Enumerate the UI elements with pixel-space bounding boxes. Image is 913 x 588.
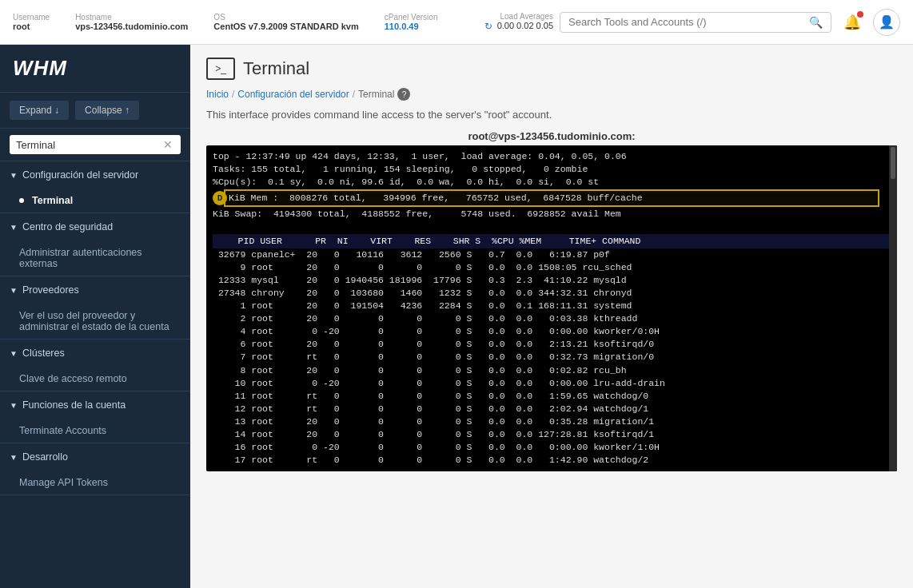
terminal-line: Tasks: 155 total, 1 running, 154 sleepin… [213, 163, 891, 176]
breadcrumb-current: Terminal [358, 89, 394, 100]
scrollbar[interactable] [889, 145, 897, 471]
sidebar-section-desarrollo: ▼ Desarrollo Manage API Tokens [0, 443, 190, 495]
terminal-line: 10 root 0 -20 0 0 0 S 0.0 0.0 0:00.00 lr… [213, 377, 891, 390]
terminal-line: 27348 chrony 20 0 103680 1460 1232 S 0.0… [213, 287, 891, 300]
chevron-icon: ▼ [10, 171, 18, 180]
username-label: Username [13, 13, 50, 22]
sidebar-section-label-desarrollo: Desarrollo [22, 451, 68, 463]
terminal-line: 12 root rt 0 0 0 0 S 0.0 0.0 2:02.94 wat… [213, 403, 891, 415]
sidebar-section-header-funciones[interactable]: ▼ Funciones de la cuenta [0, 391, 190, 419]
sidebar-search-input[interactable] [16, 139, 161, 151]
sidebar-section-label-config-servidor: Configuración del servidor [22, 169, 138, 181]
load-avg-values: 0.00 0.02 0.05 [497, 21, 553, 32]
breadcrumb: Inicio / Configuración del servidor / Te… [206, 88, 897, 101]
terminal-line: 8 root 20 0 0 0 0 S 0.0 0.0 0:02.82 rcu_… [213, 364, 891, 377]
sidebar: WHM Expand ↓ Collapse ↑ ✕ ▼ Configuració… [0, 45, 190, 588]
active-dot [19, 198, 24, 203]
sidebar-section-proveedores: ▼ Proveedores Ver el uso del proveedor y… [0, 276, 190, 340]
terminal-line: 32679 cpanelc+ 20 0 10116 3612 2560 S 0.… [213, 248, 891, 261]
chevron-icon-clusters: ▼ [10, 349, 18, 358]
breadcrumb-config[interactable]: Configuración del servidor [237, 89, 349, 100]
sidebar-section-label-proveedores: Proveedores [22, 284, 79, 296]
terminal-line: 14 root 20 0 0 0 0 S 0.0 0.0 127:28.81 k… [213, 428, 891, 441]
breadcrumb-sep1: / [232, 89, 234, 100]
sidebar-section-label-clusters: Clústeres [22, 348, 65, 359]
page-title: Terminal [243, 58, 309, 79]
chevron-icon-seguridad: ▼ [10, 223, 18, 232]
search-button[interactable]: 🔍 [809, 16, 823, 29]
sidebar-item-uso-proveedor[interactable]: Ver el uso del proveedor y administrar e… [0, 304, 190, 339]
username-value: root [13, 22, 50, 31]
terminal-line: 16 root 0 -20 0 0 0 S 0.0 0.0 0:00.00 kw… [213, 441, 891, 454]
sidebar-section-header-config-servidor[interactable]: ▼ Configuración del servidor [0, 161, 190, 189]
collapse-button[interactable]: Collapse ↑ [75, 101, 139, 120]
sidebar-item-label-terminal: Terminal [32, 195, 73, 206]
sidebar-item-label-autenticaciones: Administrar autenticaciones externas [19, 247, 181, 269]
sidebar-section-funciones: ▼ Funciones de la cuenta Terminate Accou… [0, 391, 190, 443]
d-badge: D [213, 191, 227, 205]
help-icon[interactable]: ? [397, 88, 410, 101]
top-bar: Username root Hostname vps-123456.tudomi… [0, 0, 913, 45]
search-box[interactable]: 🔍 [560, 12, 831, 33]
hostname-value: vps-123456.tudominio.com [75, 22, 188, 31]
page-title-bar: >_ Terminal [206, 58, 897, 80]
sidebar-section-header-proveedores[interactable]: ▼ Proveedores [0, 276, 190, 304]
terminal-host-header: root@vps-123456.tudominio.com: [206, 130, 897, 142]
sidebar-item-autenticaciones[interactable]: Administrar autenticaciones externas [0, 240, 190, 276]
scrollbar-thumb[interactable] [891, 147, 895, 179]
sidebar-section-header-seguridad[interactable]: ▼ Centro de seguridad [0, 213, 190, 240]
sidebar-section-header-clusters[interactable]: ▼ Clústeres [0, 340, 190, 367]
whm-logo: WHM [13, 56, 67, 81]
terminal-line: 13 root 20 0 0 0 0 S 0.0 0.0 0:35.28 mig… [213, 415, 891, 428]
terminal-line: PID USER PR NI VIRT RES SHR S %CPU %MEM … [213, 234, 891, 248]
sidebar-search-container: ✕ [0, 129, 190, 161]
terminal-line: 9 root 20 0 0 0 0 S 0.0 0.0 1508:05 rcu_… [213, 261, 891, 274]
search-input[interactable] [568, 16, 809, 28]
terminal-icon: >_ [206, 58, 235, 80]
os-value: CentOS v7.9.2009 STANDARD kvm [213, 22, 358, 31]
sidebar-item-clave-acceso[interactable]: Clave de acceso remoto [0, 367, 190, 391]
sidebar-item-label-clave-acceso: Clave de acceso remoto [19, 373, 127, 384]
cpanel-label: cPanel Version [385, 13, 438, 22]
terminal-line: %Cpu(s): 0.1 sy, 0.0 ni, 99.6 id, 0.0 wa… [213, 176, 891, 189]
sidebar-item-terminate-accounts[interactable]: Terminate Accounts [0, 419, 190, 443]
terminal-line: 7 root rt 0 0 0 0 S 0.0 0.0 0:32.73 migr… [213, 351, 891, 364]
sidebar-search-box[interactable]: ✕ [10, 135, 181, 154]
cpanel-info: cPanel Version 110.0.49 [385, 13, 438, 31]
load-avg: Load Averages ↻ 0.00 0.02 0.05 [484, 12, 553, 32]
sidebar-section-config-servidor: ▼ Configuración del servidor Terminal [0, 161, 190, 213]
breadcrumb-home[interactable]: Inicio [206, 89, 229, 100]
cpanel-value: 110.0.49 [385, 22, 438, 31]
sidebar-item-label-terminate-accounts: Terminate Accounts [19, 425, 106, 436]
sidebar-section-label-funciones: Funciones de la cuenta [22, 399, 126, 411]
notifications-button[interactable]: 🔔 [838, 8, 867, 37]
terminal-line: 6 root 20 0 0 0 0 S 0.0 0.0 2:13.21 ksof… [213, 338, 891, 351]
refresh-icon[interactable]: ↻ [484, 21, 492, 32]
terminal-window[interactable]: top - 12:37:49 up 424 days, 12:33, 1 use… [206, 145, 897, 471]
sidebar-section-label-seguridad: Centro de seguridad [22, 221, 113, 232]
os-label: OS [213, 13, 358, 22]
terminal-line: KiB Swap: 4194300 total, 4188552 free, 5… [213, 208, 891, 220]
sidebar-item-terminal[interactable]: Terminal [0, 189, 190, 213]
terminal-line: 12333 mysql 20 0 1940456 181996 17796 S … [213, 274, 891, 287]
sidebar-section-header-desarrollo[interactable]: ▼ Desarrollo [0, 443, 190, 471]
sidebar-logo: WHM [0, 45, 190, 93]
sidebar-section-seguridad: ▼ Centro de seguridad Administrar autent… [0, 213, 190, 276]
sidebar-item-manage-api[interactable]: Manage API Tokens [0, 471, 190, 495]
server-info: Username root Hostname vps-123456.tudomi… [13, 13, 437, 31]
top-search-area: Load Averages ↻ 0.00 0.02 0.05 🔍 🔔 👤 [472, 8, 900, 37]
chevron-icon-proveedores: ▼ [10, 286, 18, 295]
terminal-line: KiB Mem : 8008276 total, 394996 free, 76… [224, 189, 879, 207]
terminal-line: 1 root 20 0 191504 4236 2284 S 0.0 0.1 1… [213, 300, 891, 312]
page-description: This interface provides command line acc… [206, 109, 897, 121]
chevron-icon-funciones: ▼ [10, 401, 18, 410]
terminal-line: 11 root rt 0 0 0 0 S 0.0 0.0 1:59.65 wat… [213, 390, 891, 403]
user-button[interactable]: 👤 [873, 9, 900, 36]
notification-dot [857, 11, 863, 18]
terminal-line [213, 220, 891, 233]
sidebar-search-clear[interactable]: ✕ [161, 138, 174, 151]
expand-button[interactable]: Expand ↓ [10, 101, 69, 120]
terminal-line: top - 12:37:49 up 424 days, 12:33, 1 use… [213, 150, 891, 163]
sidebar-section-clusters: ▼ Clústeres Clave de acceso remoto [0, 340, 190, 391]
hostname-info: Hostname vps-123456.tudominio.com [75, 13, 188, 31]
